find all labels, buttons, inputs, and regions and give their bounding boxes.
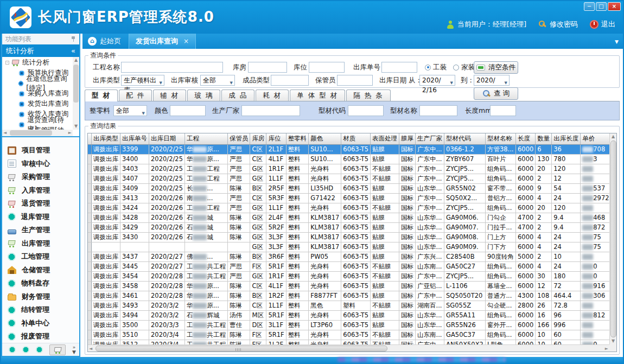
color-input[interactable] [170, 105, 206, 116]
table-row[interactable]: 调拨出库34942020/3/2石辉城汤伟M区5R1F整料光身料6063-T5贴… [88, 310, 617, 320]
search-button[interactable]: 查 询 [474, 87, 518, 100]
scroll-down-icon[interactable]: ▼ [73, 123, 79, 130]
sidebar-module-item[interactable]: 工地管理 [2, 250, 79, 264]
material-tab[interactable]: 玻 璃 [187, 90, 220, 101]
tab-home[interactable]: ⌂ 起始页 [82, 34, 129, 49]
tab-list-caret-icon[interactable]: ▼ [615, 39, 619, 44]
more-modules-button[interactable]: »▼ [72, 345, 76, 355]
material-tab[interactable]: 单 体 型 材 [290, 90, 345, 101]
tree-expander-icon[interactable]: - [5, 61, 9, 65]
column-header[interactable]: 型材名称 [485, 133, 515, 144]
column-header[interactable]: 出库日期 [149, 133, 185, 144]
table-row[interactable]: 调拨出库34302020/2/26石城陈琳G区3L3F整料KLM38176063… [88, 232, 617, 242]
cart-module-button[interactable] [49, 344, 66, 355]
clear-conditions-button[interactable]: 清空条件 [474, 61, 518, 74]
table-row[interactable]: 调拨出库34582020/2/28华原...陈琳C区4L1F整料光身料6063-… [88, 281, 617, 291]
column-header[interactable]: 出库单号 [120, 133, 149, 144]
column-header[interactable]: 数量 [536, 133, 552, 144]
grid-vertical-scrollbar[interactable]: ▲ ▼ [609, 133, 616, 344]
sidebar-module-item[interactable]: 采购管理 [2, 170, 79, 184]
keeper-input[interactable] [337, 75, 373, 86]
product-type-input[interactable] [271, 75, 309, 86]
tree-vertical-scrollbar[interactable]: ▲ ▼ [73, 57, 79, 130]
scroll-up-icon[interactable]: ▲ [610, 133, 616, 140]
tab-shipping-outbound-query[interactable]: 发货出库查询 × [129, 34, 196, 49]
table-row[interactable]: 调拨出库34542020/2/28工共工程严思G区1R1F整料光身料6063-T… [88, 271, 617, 281]
scroll-down-icon[interactable]: ▼ [610, 338, 616, 344]
sidebar-module-item[interactable]: 审核中心 [2, 157, 79, 171]
scroll-right-icon[interactable]: ► [68, 130, 72, 136]
close-button[interactable]: × [608, 2, 621, 11]
sidebar-module-item[interactable]: 退库管理 [2, 210, 79, 224]
radio-selected-icon[interactable] [425, 65, 431, 71]
sidebar-module-item[interactable]: 仓储管理 [2, 264, 79, 277]
table-row[interactable]: 调拨出库35102020/3/4工共工程陈琳F区5R1F整料光身料6063-T5… [88, 330, 617, 340]
outbound-no-input[interactable] [381, 62, 417, 73]
column-header[interactable]: 颜色 [309, 133, 341, 144]
pin-icon[interactable] [71, 36, 76, 42]
tree-horizontal-scrollbar[interactable]: ◄ ► [2, 130, 73, 136]
table-row[interactable]: G区3L3F整料KLM38176063-T5贴膜国标山东华...GA90M09.… [88, 242, 617, 252]
scroll-up-icon[interactable]: ▲ [73, 57, 79, 63]
table-row[interactable]: 调拨出库34452020/2/27工共工程严思F区5R1F整料光身料6063-T… [88, 261, 617, 271]
outbound-type-select[interactable]: 生产领料出库 [121, 75, 164, 86]
sidebar-module-item[interactable]: 退货管理 [2, 197, 79, 210]
column-header[interactable]: 库房 [250, 133, 266, 144]
material-tab[interactable]: 配 件 [119, 90, 152, 101]
column-header[interactable]: 库位 [266, 133, 286, 144]
section-header-statistics[interactable]: 统计分析 « [2, 44, 79, 57]
grid-horizontal-scrollbar[interactable]: ◄ ► [88, 344, 609, 352]
sidebar-module-item[interactable]: 入库管理 [2, 184, 79, 197]
radio-unselected-icon[interactable] [453, 65, 459, 71]
table-row[interactable]: 调拨出库34372020/2/27佛...陈琳B区3R6F整料PW056063-… [88, 252, 617, 261]
manufacturer-input[interactable] [241, 105, 300, 116]
scrollbar-thumb[interactable] [10, 130, 52, 136]
column-header[interactable]: 膜厚 [399, 133, 416, 144]
table-row[interactable]: 调拨出库35002020/3/3工共工程曹佳D区3L1F整料LT3P606063… [88, 320, 617, 330]
whole-piece-select[interactable]: 全部 [113, 105, 147, 116]
scroll-left-icon[interactable]: ◄ [3, 130, 7, 136]
table-row[interactable]: 调拨出库34032020/2/25工工程严思G区1R1F整料光身料6063-T5… [88, 164, 617, 174]
column-header[interactable]: 单价 [581, 133, 611, 144]
column-header[interactable]: 出库长度 [552, 133, 581, 144]
material-tab[interactable]: 型 材 [85, 90, 118, 101]
project-name-input[interactable] [121, 62, 223, 73]
audit-select[interactable]: 全部 [200, 75, 235, 86]
tree-item[interactable]: 在途信息查询[待定] [2, 78, 73, 88]
radio-workwear[interactable]: 工装 [425, 61, 447, 73]
sidebar-module-item[interactable]: 报废管理 [2, 330, 79, 343]
minimize-button[interactable]: ─ [584, 2, 595, 11]
table-row[interactable]: 调拨出库34242020/2/26工工程严思G区1L1F整料光身料6063-T5… [88, 203, 617, 213]
sidebar-module-item[interactable]: 财务管理 [2, 290, 79, 304]
column-header[interactable]: 表面处理 [371, 133, 399, 144]
column-header[interactable]: 出库类型 [92, 133, 120, 144]
column-header[interactable]: 整零料 [286, 133, 309, 144]
change-password-button[interactable]: 修改密码 [538, 20, 578, 29]
scrollbar-thumb[interactable] [610, 141, 616, 337]
sidebar-module-item[interactable]: 结转管理 [2, 303, 79, 317]
table-row[interactable]: 调拨出库34072020/2/25工工程严思G区1L1F整料光身料6063-T5… [88, 174, 617, 183]
column-header[interactable]: 工程 [184, 133, 227, 144]
table-row[interactable]: 调拨出库33992020/2/25华原...严思C区2L1F整料SU10...6… [88, 144, 617, 154]
module-dot-icon[interactable] [9, 346, 16, 353]
date-to-select[interactable]: 2020/ 3/16 [474, 75, 510, 86]
table-row[interactable]: 调拨出库34932020/3/2华原...陈琳C区1L1F整料黑色塑料不贴膜国标… [88, 301, 617, 310]
table-row[interactable]: 调拨出库34092020/2/25长...陈琳B区2R5F整料LI35HD606… [88, 183, 617, 193]
table-row[interactable]: 调拨出库34002020/2/25华原...严思C区4L1F整料SU10...6… [88, 154, 617, 164]
module-dot-icon[interactable] [36, 346, 43, 353]
material-tab[interactable]: 耗 材 [256, 90, 289, 101]
date-from-select[interactable]: 2020/ 2/16 [419, 75, 455, 86]
sidebar-module-item[interactable]: 物料盘存 [2, 277, 79, 290]
profile-name-input[interactable] [419, 105, 457, 116]
scroll-left-icon[interactable]: ◄ [89, 345, 92, 352]
sidebar-module-item[interactable]: 项目管理 [2, 144, 79, 157]
collapse-icon[interactable]: « [71, 44, 75, 57]
table-row[interactable]: 调拨出库34612020/2/28华原...陈琳B区1R2F整料F8877FT6… [88, 291, 617, 301]
scrollbar-thumb[interactable] [95, 346, 387, 352]
location-input[interactable] [309, 62, 345, 73]
tree-item[interactable]: 发货出库查询 [2, 99, 73, 109]
tab-close-icon[interactable]: × [183, 37, 189, 45]
material-tab[interactable]: 成 品 [221, 90, 254, 101]
material-tab[interactable]: 隔 热 条 [346, 90, 390, 101]
sidebar-module-item[interactable]: 出库管理 [2, 237, 79, 251]
